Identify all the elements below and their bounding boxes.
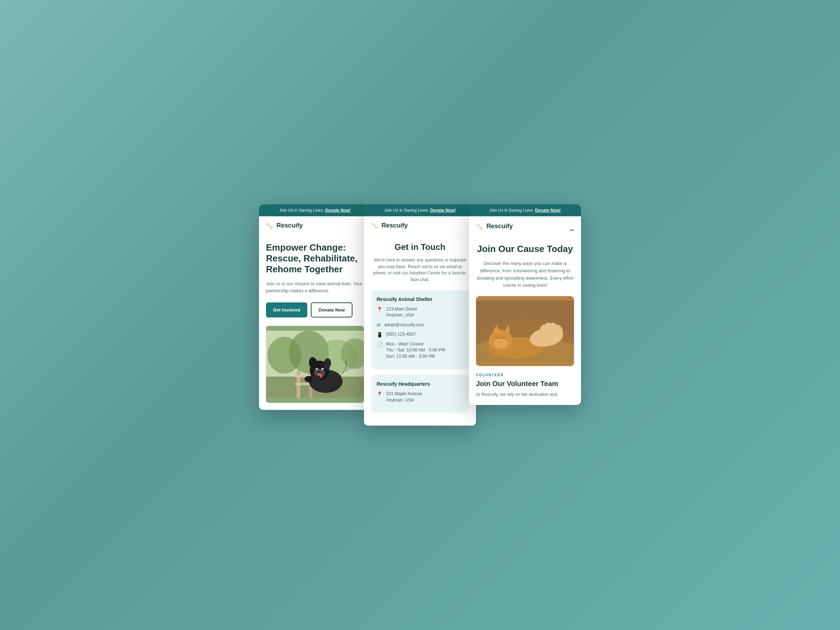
top-banner-3: Join Us in Saving Lives: Donate Now! — [469, 204, 581, 216]
svg-point-17 — [316, 369, 318, 370]
location-icon-1: 📍 — [377, 306, 382, 312]
brand-name-2: Rescuify — [382, 222, 408, 229]
shelter-hours-text: Mon - Wed: Closed Thu - Sat: 10:00 AM - … — [386, 341, 445, 360]
shelter-email-text: adopt@rescuify.com — [384, 322, 424, 328]
shelter-hours: 🕐 Mon - Wed: Closed Thu - Sat: 10:00 AM … — [377, 341, 463, 360]
paw-icon-3: 🦴 — [476, 223, 484, 230]
contact-title: Get in Touch — [371, 242, 469, 252]
banner-link-3[interactable]: Donate Now! — [535, 208, 561, 213]
volunteer-section: VOLUNTEER Join Our Volunteer Team At Res… — [476, 373, 574, 398]
shelter-email: ✉ adopt@rescuify.com — [377, 322, 463, 328]
volunteer-desc: At Rescuify, we rely on the dedication a… — [476, 391, 574, 398]
logo-1: 🦴 Rescuify — [266, 222, 303, 230]
nav-1: 🦴 Rescuify — [259, 216, 371, 235]
phone-3: Join Us in Saving Lives: Donate Now! 🦴 R… — [469, 204, 581, 405]
cause-desc: Discover the many ways you can make a di… — [476, 260, 574, 289]
hq-card: Rescuify Headquarters 📍 321 Maple Avenue… — [371, 375, 469, 413]
banner-text-2: Join Us in Saving Lives: — [384, 208, 429, 213]
phone-1: Join Us in Saving Lives: Donate Now! 🦴 R… — [259, 204, 371, 410]
top-banner-2: Join Us in Saving Lives: Donate Now! — [364, 204, 476, 216]
svg-point-18 — [322, 369, 324, 370]
paw-icon-1: 🦴 — [266, 222, 274, 230]
volunteer-title: Join Our Volunteer Team — [476, 380, 574, 388]
btn-row: Get Involved Donate Now — [266, 302, 364, 317]
hero-title: Empower Change: Rescue, Rehabilitate, Re… — [266, 242, 364, 275]
shelter-phone-text: (555) 123-4567 — [386, 332, 416, 338]
logo-2: 🦴 Rescuify — [371, 222, 408, 230]
get-involved-button[interactable]: Get Involved — [266, 302, 307, 317]
donate-now-button[interactable]: Donate Now — [311, 302, 352, 317]
shelter-name: Rescuify Animal Shelter — [377, 297, 463, 302]
shelter-card: Rescuify Animal Shelter 📍 123 Main Stree… — [371, 290, 469, 369]
svg-point-44 — [476, 319, 574, 366]
nav-2: 🦴 Rescuify — [364, 216, 476, 235]
cat-image — [476, 296, 574, 366]
hq-address: 📍 321 Maple Avenue Anytown, USA — [377, 391, 463, 403]
brand-name-1: Rescuify — [276, 222, 303, 229]
svg-point-20 — [323, 369, 324, 369]
hero-subtitle: Join us in our mission to save animal li… — [266, 280, 364, 294]
paw-icon-2: 🦴 — [371, 222, 379, 230]
nav-3: 🦴 Rescuify ⎯ — [469, 216, 581, 237]
top-banner-1: Join Us in Saving Lives: Donate Now! — [259, 204, 371, 216]
svg-point-24 — [312, 375, 321, 382]
hq-address-text: 321 Maple Avenue Anytown, USA — [386, 391, 422, 403]
shelter-address: 📍 123 Main Street Anytown, USA — [377, 306, 463, 319]
content-1: Empower Change: Rescue, Rehabilitate, Re… — [259, 235, 371, 410]
hq-name: Rescuify Headquarters — [377, 381, 463, 387]
email-icon-1: ✉ — [377, 322, 381, 328]
banner-text-3: Join Us in Saving Lives: — [489, 208, 534, 213]
contact-desc: We're here to answer any questions or in… — [371, 257, 469, 283]
dog-image — [266, 326, 364, 403]
brand-name-3: Rescuify — [486, 223, 513, 230]
logo-3: 🦴 Rescuify — [476, 223, 513, 230]
cause-title: Join Our Cause Today — [476, 243, 574, 254]
svg-point-23 — [305, 376, 313, 382]
svg-point-19 — [317, 369, 318, 369]
volunteer-label: VOLUNTEER — [476, 373, 574, 377]
clock-icon-1: 🕐 — [377, 342, 382, 347]
banner-link-2[interactable]: Donate Now! — [430, 208, 456, 213]
hamburger-menu[interactable]: ⎯ — [570, 222, 574, 231]
banner-link-1[interactable]: Donate Now! — [325, 208, 351, 213]
banner-text-1: Join Us in Saving Lives: — [279, 208, 324, 213]
shelter-phone: 📱 (555) 123-4567 — [377, 332, 463, 338]
location-icon-2: 📍 — [377, 391, 382, 397]
content-2: Get in Touch We're here to answer any qu… — [364, 235, 476, 426]
phone-2: Join Us in Saving Lives: Donate Now! 🦴 R… — [364, 204, 476, 426]
shelter-address-text: 123 Main Street Anytown, USA — [386, 306, 417, 319]
phones-container: Join Us in Saving Lives: Donate Now! 🦴 R… — [259, 204, 581, 426]
content-3: Join Our Cause Today Discover the many w… — [469, 237, 581, 405]
phone-icon-1: 📱 — [377, 332, 382, 337]
